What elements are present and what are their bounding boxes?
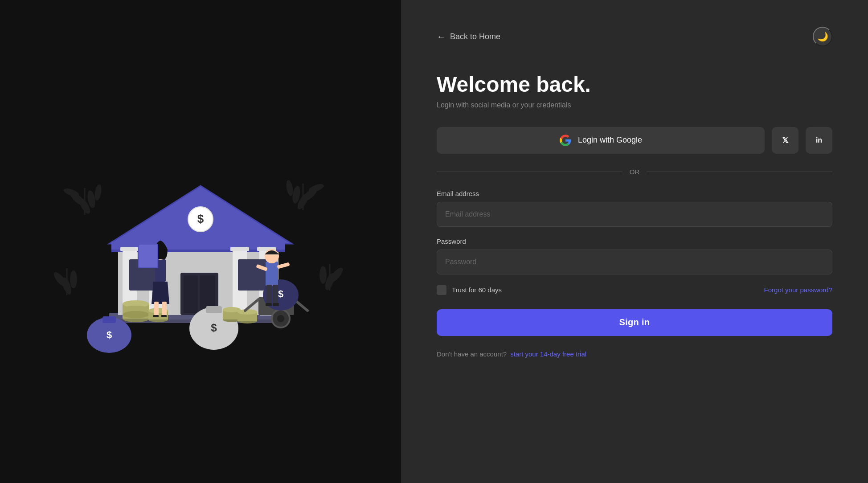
svg-point-76 — [277, 315, 284, 322]
svg-rect-69 — [161, 315, 167, 317]
svg-rect-57 — [206, 306, 222, 313]
linkedin-icon: in — [816, 136, 822, 144]
sign-in-button[interactable]: Sign in — [437, 309, 832, 336]
svg-text:$: $ — [211, 322, 217, 334]
moon-icon: 🌙 — [817, 31, 828, 42]
social-login-buttons: Login with Google 𝕏 in — [437, 127, 832, 154]
email-input[interactable] — [437, 202, 832, 227]
password-label: Password — [437, 237, 832, 245]
google-login-button[interactable]: Login with Google — [437, 127, 765, 154]
trust-checkbox[interactable] — [437, 285, 446, 295]
svg-marker-65 — [151, 282, 169, 304]
remember-left: Trust for 60 days — [437, 285, 502, 295]
login-panel: ← Back to Home 🌙 Welcome back. Login wit… — [401, 0, 868, 483]
svg-rect-40 — [184, 275, 198, 313]
email-form-group: Email address — [437, 190, 832, 227]
svg-text:$: $ — [278, 288, 283, 299]
theme-toggle-button[interactable]: 🌙 — [813, 27, 832, 46]
divider-line-left — [437, 172, 622, 172]
svg-rect-84 — [266, 303, 272, 306]
or-text: OR — [630, 168, 640, 176]
svg-text:$: $ — [106, 329, 112, 340]
bank-illustration: $ $ $ — [40, 117, 361, 366]
svg-point-18 — [319, 266, 327, 284]
google-icon — [559, 134, 572, 147]
svg-text:$: $ — [197, 212, 204, 225]
svg-rect-43 — [238, 259, 267, 291]
svg-rect-82 — [266, 285, 272, 305]
email-label: Email address — [437, 190, 832, 197]
back-arrow-icon: ← — [437, 32, 446, 42]
svg-rect-54 — [102, 316, 116, 323]
forgot-password-link[interactable]: Forgot your password? — [764, 286, 832, 294]
svg-point-14 — [70, 270, 77, 288]
back-to-home-link[interactable]: ← Back to Home — [437, 32, 500, 42]
trial-link[interactable]: start your 14-day free trial — [510, 350, 586, 358]
svg-rect-66 — [154, 302, 159, 317]
svg-rect-83 — [273, 285, 278, 305]
remember-forgot-row: Trust for 60 days Forgot your password? — [437, 285, 832, 295]
trust-label: Trust for 60 days — [452, 286, 502, 294]
password-input[interactable] — [437, 250, 832, 274]
welcome-title: Welcome back. — [437, 73, 832, 97]
or-divider: OR — [437, 168, 832, 176]
svg-rect-85 — [273, 303, 279, 306]
password-form-group: Password — [437, 237, 832, 274]
svg-rect-37 — [230, 247, 249, 251]
svg-rect-73 — [139, 245, 157, 267]
signup-row: Don't have an account? start your 14-day… — [437, 350, 832, 358]
google-btn-label: Login with Google — [578, 135, 642, 145]
welcome-subtitle: Login with social media or your credenti… — [437, 101, 832, 109]
svg-rect-35 — [120, 247, 139, 251]
top-bar: ← Back to Home 🌙 — [437, 27, 832, 46]
twitter-login-button[interactable]: 𝕏 — [772, 127, 798, 154]
linkedin-login-button[interactable]: in — [806, 127, 832, 154]
illustration-panel: $ $ $ — [0, 0, 401, 483]
svg-rect-81 — [266, 262, 278, 286]
no-account-text: Don't have an account? — [437, 350, 507, 358]
svg-rect-68 — [153, 315, 159, 317]
svg-rect-67 — [162, 302, 167, 317]
svg-point-48 — [123, 311, 149, 318]
divider-line-right — [647, 172, 832, 172]
back-link-label: Back to Home — [450, 32, 500, 41]
twitter-icon: 𝕏 — [782, 135, 789, 145]
